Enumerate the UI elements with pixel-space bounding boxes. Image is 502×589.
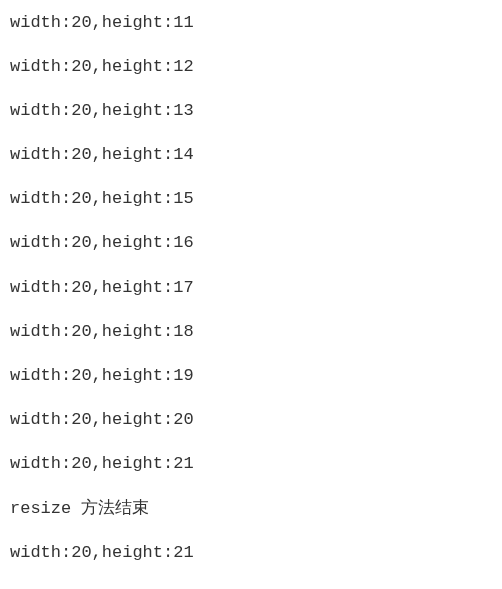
log-line: width:20,height:14 [10,144,492,166]
log-line: width:20,height:21 [10,542,492,564]
log-line: width:20,height:13 [10,100,492,122]
log-line: width:20,height:20 [10,409,492,431]
log-mono-segment: resize [10,499,81,518]
log-line: resize 方法结束 [10,497,492,520]
log-line: width:20,height:18 [10,321,492,343]
log-cjk-segment: 方法结束 [81,498,149,517]
log-output: width:20,height:11 width:20,height:12 wi… [0,0,502,589]
log-line: width:20,height:12 [10,56,492,78]
log-line: width:20,height:16 [10,232,492,254]
log-line: width:20,height:17 [10,277,492,299]
log-line: width:20,height:11 [10,12,492,34]
log-line: width:20,height:19 [10,365,492,387]
log-line: width:20,height:15 [10,188,492,210]
log-line: width:20,height:21 [10,453,492,475]
